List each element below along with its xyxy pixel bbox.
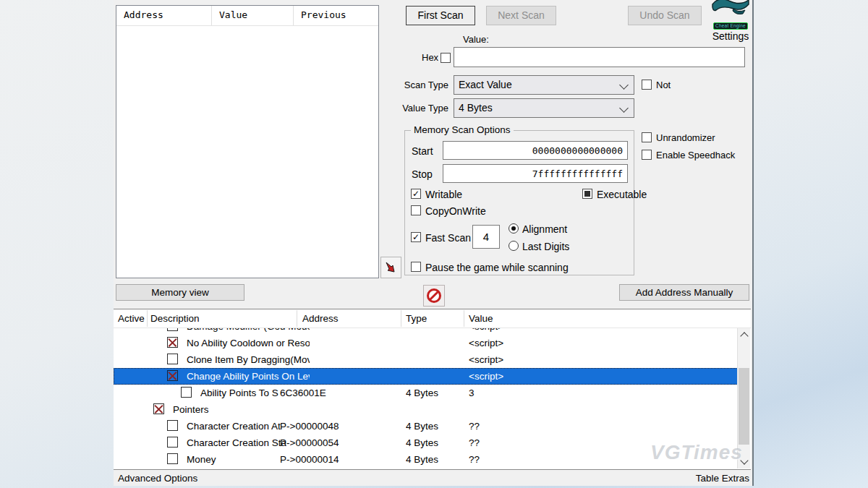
executable-checkbox[interactable] bbox=[582, 189, 592, 199]
not-label: Not bbox=[656, 80, 671, 90]
memory-view-button[interactable]: Memory view bbox=[116, 284, 244, 301]
row-active-checkbox[interactable] bbox=[167, 370, 178, 381]
chevron-down-icon bbox=[619, 103, 629, 113]
row-description: Change Ability Points On Level Up bbox=[187, 371, 310, 382]
copyonwrite-checkbox[interactable] bbox=[411, 205, 421, 215]
chevron-down-icon bbox=[619, 80, 629, 90]
add-address-manually-button[interactable]: Add Address Manually bbox=[619, 284, 749, 301]
table-row[interactable]: Character Creation At P->00000048 4 Byte… bbox=[114, 418, 738, 435]
undo-scan-button[interactable]: Undo Scan bbox=[628, 6, 702, 25]
row-active-checkbox[interactable] bbox=[167, 420, 178, 431]
row-description: Character Creation Sta bbox=[187, 437, 286, 448]
row-active-checkbox[interactable] bbox=[167, 453, 178, 464]
advanced-options-link[interactable]: Advanced Options bbox=[118, 473, 197, 484]
col-type[interactable]: Type bbox=[406, 313, 427, 324]
pause-while-scanning-checkbox[interactable] bbox=[411, 262, 421, 272]
value-type-value: 4 Bytes bbox=[459, 102, 493, 114]
col-address[interactable]: Address bbox=[302, 313, 339, 324]
scan-type-label: Scan Type bbox=[404, 80, 448, 90]
red-arrow-icon bbox=[385, 261, 398, 274]
last-digits-label: Last Digits bbox=[522, 241, 569, 252]
found-col-previous[interactable]: Previous bbox=[294, 6, 377, 25]
row-description: Clone Item By Dragging(Move An Item Befo… bbox=[187, 354, 310, 365]
col-active[interactable]: Active bbox=[118, 313, 145, 324]
scrollbar-thumb[interactable] bbox=[739, 368, 749, 445]
alignment-radio[interactable] bbox=[509, 223, 519, 234]
no-entry-button[interactable] bbox=[423, 285, 445, 307]
pause-while-scanning-label: Pause the game while scanning bbox=[425, 262, 569, 273]
row-active-checkbox[interactable] bbox=[167, 437, 178, 448]
table-row[interactable]: Ability Points To S 6C36001E 4 Bytes 3 bbox=[114, 385, 738, 401]
row-active-checkbox[interactable] bbox=[181, 387, 192, 398]
row-address: 6C36001E bbox=[280, 388, 401, 398]
enable-speedhack-checkbox[interactable] bbox=[642, 150, 652, 160]
found-list[interactable]: Address Value Previous bbox=[116, 5, 379, 278]
row-type: 4 Bytes bbox=[406, 437, 465, 448]
watermark: VGTimes bbox=[650, 441, 743, 464]
copy-to-addresslist-button[interactable] bbox=[380, 257, 401, 278]
cheat-engine-creature-icon bbox=[712, 0, 749, 19]
found-col-value[interactable]: Value bbox=[212, 6, 294, 25]
table-row[interactable]: Character Creation Sta P->00000054 4 Byt… bbox=[114, 435, 738, 451]
writable-checkbox[interactable]: ✓ bbox=[411, 189, 421, 199]
bottom-bar: Advanced Options Table Extras bbox=[114, 470, 752, 486]
row-type: 4 Bytes bbox=[406, 388, 465, 398]
scroll-up-icon[interactable] bbox=[738, 328, 750, 342]
found-col-address[interactable]: Address bbox=[116, 6, 212, 25]
value-type-dropdown[interactable]: 4 Bytes bbox=[454, 98, 634, 118]
row-type: 4 Bytes bbox=[406, 421, 465, 432]
row-description: Character Creation At bbox=[187, 421, 281, 432]
table-row[interactable]: Damage Modifier (God Mode,One Hit Kill, … bbox=[114, 328, 738, 335]
value-label: Value: bbox=[463, 34, 489, 45]
row-description: Ability Points To S bbox=[200, 388, 278, 398]
table-row[interactable]: Pointers bbox=[114, 401, 738, 418]
found-count: Found: 0 bbox=[116, 0, 261, 3]
start-input[interactable] bbox=[443, 141, 628, 160]
found-list-header: Address Value Previous bbox=[116, 6, 378, 26]
cheat-engine-logo[interactable]: Cheat Engine Settings bbox=[710, 0, 752, 38]
unrandomizer-checkbox[interactable] bbox=[642, 132, 652, 142]
col-description[interactable]: Description bbox=[150, 313, 200, 324]
row-active-checkbox[interactable] bbox=[167, 337, 178, 348]
row-active-checkbox[interactable] bbox=[167, 354, 178, 364]
enable-speedhack-label: Enable Speedhack bbox=[656, 150, 735, 160]
copyonwrite-label: CopyOnWrite bbox=[425, 205, 486, 217]
table-extras-link[interactable]: Table Extras bbox=[696, 473, 749, 484]
memory-scan-options-group: Memory Scan Options Start Stop ✓ Writabl… bbox=[404, 130, 634, 275]
fast-scan-checkbox[interactable]: ✓ bbox=[411, 232, 421, 242]
address-list-rows: Damage Modifier (God Mode,One Hit Kill, … bbox=[114, 328, 738, 468]
hex-checkbox[interactable] bbox=[441, 53, 451, 63]
value-type-label: Value Type bbox=[400, 103, 448, 114]
next-scan-button[interactable]: Next Scan bbox=[486, 6, 556, 25]
table-row[interactable]: Clone Item By Dragging(Move An Item Befo… bbox=[114, 351, 738, 368]
executable-label: Executable bbox=[597, 189, 647, 200]
stop-label: Stop bbox=[412, 168, 433, 180]
scan-type-dropdown[interactable]: Exact Value bbox=[454, 75, 634, 95]
writable-label: Writable bbox=[425, 189, 462, 200]
row-description: Money bbox=[187, 454, 216, 465]
row-value: ?? bbox=[469, 421, 686, 432]
memory-scan-options-title: Memory Scan Options bbox=[411, 124, 514, 135]
row-description: No Ability Cooldown or Resources Used bbox=[187, 338, 310, 348]
row-value: 3 bbox=[469, 388, 686, 398]
table-row[interactable]: Change Ability Points On Level Up <scrip… bbox=[114, 368, 738, 385]
start-label: Start bbox=[412, 145, 433, 157]
no-entry-icon bbox=[426, 288, 442, 304]
row-value: <script> bbox=[469, 354, 686, 365]
not-checkbox[interactable] bbox=[642, 80, 652, 90]
alignment-label: Alignment bbox=[522, 223, 567, 235]
first-scan-button[interactable]: First Scan bbox=[406, 6, 475, 25]
cheat-engine-badge: Cheat Engine bbox=[713, 22, 748, 30]
stop-input[interactable] bbox=[443, 164, 628, 183]
last-digits-radio[interactable] bbox=[509, 241, 519, 251]
row-address: P->00000054 bbox=[280, 437, 401, 448]
table-row[interactable]: Money P->00000014 4 Bytes ?? bbox=[114, 451, 738, 468]
settings-label[interactable]: Settings bbox=[710, 30, 752, 42]
col-value[interactable]: Value bbox=[469, 313, 493, 324]
row-value: <script> bbox=[469, 338, 686, 348]
row-active-checkbox[interactable] bbox=[153, 403, 164, 414]
fast-scan-label: Fast Scan bbox=[425, 232, 471, 244]
table-row[interactable]: No Ability Cooldown or Resources Used <s… bbox=[114, 335, 738, 351]
fast-scan-alignment-input[interactable] bbox=[472, 225, 500, 249]
value-input[interactable] bbox=[454, 47, 745, 67]
